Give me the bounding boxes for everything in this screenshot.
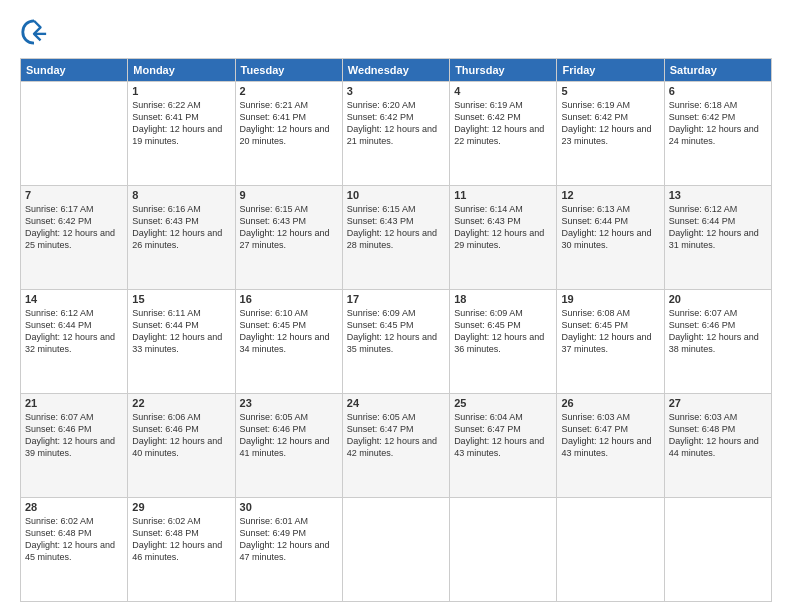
calendar-cell: 25Sunrise: 6:04 AMSunset: 6:47 PMDayligh… [450,394,557,498]
calendar-cell: 4Sunrise: 6:19 AMSunset: 6:42 PMDaylight… [450,82,557,186]
day-info: Sunrise: 6:18 AMSunset: 6:42 PMDaylight:… [669,99,767,148]
day-info: Sunrise: 6:16 AMSunset: 6:43 PMDaylight:… [132,203,230,252]
day-number: 12 [561,189,659,201]
day-info: Sunrise: 6:22 AMSunset: 6:41 PMDaylight:… [132,99,230,148]
calendar-cell: 7Sunrise: 6:17 AMSunset: 6:42 PMDaylight… [21,186,128,290]
day-info: Sunrise: 6:03 AMSunset: 6:47 PMDaylight:… [561,411,659,460]
calendar-week-row: 28Sunrise: 6:02 AMSunset: 6:48 PMDayligh… [21,498,772,602]
calendar-table: SundayMondayTuesdayWednesdayThursdayFrid… [20,58,772,602]
day-number: 17 [347,293,445,305]
day-info: Sunrise: 6:03 AMSunset: 6:48 PMDaylight:… [669,411,767,460]
calendar-week-row: 21Sunrise: 6:07 AMSunset: 6:46 PMDayligh… [21,394,772,498]
day-number: 7 [25,189,123,201]
day-number: 14 [25,293,123,305]
calendar-cell: 19Sunrise: 6:08 AMSunset: 6:45 PMDayligh… [557,290,664,394]
day-number: 2 [240,85,338,97]
day-info: Sunrise: 6:04 AMSunset: 6:47 PMDaylight:… [454,411,552,460]
day-info: Sunrise: 6:14 AMSunset: 6:43 PMDaylight:… [454,203,552,252]
day-info: Sunrise: 6:08 AMSunset: 6:45 PMDaylight:… [561,307,659,356]
calendar-cell: 5Sunrise: 6:19 AMSunset: 6:42 PMDaylight… [557,82,664,186]
day-info: Sunrise: 6:05 AMSunset: 6:46 PMDaylight:… [240,411,338,460]
calendar-cell: 3Sunrise: 6:20 AMSunset: 6:42 PMDaylight… [342,82,449,186]
day-info: Sunrise: 6:06 AMSunset: 6:46 PMDaylight:… [132,411,230,460]
header [20,20,772,48]
calendar-cell: 18Sunrise: 6:09 AMSunset: 6:45 PMDayligh… [450,290,557,394]
day-number: 24 [347,397,445,409]
calendar-week-row: 14Sunrise: 6:12 AMSunset: 6:44 PMDayligh… [21,290,772,394]
day-info: Sunrise: 6:11 AMSunset: 6:44 PMDaylight:… [132,307,230,356]
calendar-cell [450,498,557,602]
day-info: Sunrise: 6:19 AMSunset: 6:42 PMDaylight:… [561,99,659,148]
calendar-cell: 6Sunrise: 6:18 AMSunset: 6:42 PMDaylight… [664,82,771,186]
calendar-cell: 9Sunrise: 6:15 AMSunset: 6:43 PMDaylight… [235,186,342,290]
day-number: 29 [132,501,230,513]
day-number: 5 [561,85,659,97]
calendar-cell: 8Sunrise: 6:16 AMSunset: 6:43 PMDaylight… [128,186,235,290]
calendar-cell: 14Sunrise: 6:12 AMSunset: 6:44 PMDayligh… [21,290,128,394]
calendar-cell: 13Sunrise: 6:12 AMSunset: 6:44 PMDayligh… [664,186,771,290]
weekday-header: Thursday [450,59,557,82]
day-number: 27 [669,397,767,409]
day-number: 22 [132,397,230,409]
calendar-cell: 2Sunrise: 6:21 AMSunset: 6:41 PMDaylight… [235,82,342,186]
day-number: 13 [669,189,767,201]
day-info: Sunrise: 6:12 AMSunset: 6:44 PMDaylight:… [25,307,123,356]
calendar-cell: 15Sunrise: 6:11 AMSunset: 6:44 PMDayligh… [128,290,235,394]
day-info: Sunrise: 6:13 AMSunset: 6:44 PMDaylight:… [561,203,659,252]
day-number: 23 [240,397,338,409]
day-number: 6 [669,85,767,97]
logo [20,20,50,48]
logo-icon [20,18,48,46]
weekday-header: Tuesday [235,59,342,82]
calendar-cell: 20Sunrise: 6:07 AMSunset: 6:46 PMDayligh… [664,290,771,394]
calendar-cell [557,498,664,602]
calendar-cell: 16Sunrise: 6:10 AMSunset: 6:45 PMDayligh… [235,290,342,394]
calendar-week-row: 7Sunrise: 6:17 AMSunset: 6:42 PMDaylight… [21,186,772,290]
day-info: Sunrise: 6:01 AMSunset: 6:49 PMDaylight:… [240,515,338,564]
day-info: Sunrise: 6:15 AMSunset: 6:43 PMDaylight:… [240,203,338,252]
calendar-cell: 11Sunrise: 6:14 AMSunset: 6:43 PMDayligh… [450,186,557,290]
day-number: 28 [25,501,123,513]
day-number: 1 [132,85,230,97]
calendar-cell: 10Sunrise: 6:15 AMSunset: 6:43 PMDayligh… [342,186,449,290]
day-number: 21 [25,397,123,409]
day-info: Sunrise: 6:07 AMSunset: 6:46 PMDaylight:… [669,307,767,356]
calendar-cell: 28Sunrise: 6:02 AMSunset: 6:48 PMDayligh… [21,498,128,602]
day-number: 25 [454,397,552,409]
day-number: 4 [454,85,552,97]
day-info: Sunrise: 6:07 AMSunset: 6:46 PMDaylight:… [25,411,123,460]
day-info: Sunrise: 6:09 AMSunset: 6:45 PMDaylight:… [347,307,445,356]
day-info: Sunrise: 6:20 AMSunset: 6:42 PMDaylight:… [347,99,445,148]
calendar-cell: 24Sunrise: 6:05 AMSunset: 6:47 PMDayligh… [342,394,449,498]
day-info: Sunrise: 6:12 AMSunset: 6:44 PMDaylight:… [669,203,767,252]
day-number: 11 [454,189,552,201]
calendar-week-row: 1Sunrise: 6:22 AMSunset: 6:41 PMDaylight… [21,82,772,186]
calendar-cell: 22Sunrise: 6:06 AMSunset: 6:46 PMDayligh… [128,394,235,498]
day-number: 26 [561,397,659,409]
day-number: 10 [347,189,445,201]
day-info: Sunrise: 6:19 AMSunset: 6:42 PMDaylight:… [454,99,552,148]
calendar-cell: 12Sunrise: 6:13 AMSunset: 6:44 PMDayligh… [557,186,664,290]
day-number: 20 [669,293,767,305]
day-number: 3 [347,85,445,97]
page: SundayMondayTuesdayWednesdayThursdayFrid… [0,0,792,612]
day-info: Sunrise: 6:15 AMSunset: 6:43 PMDaylight:… [347,203,445,252]
day-info: Sunrise: 6:09 AMSunset: 6:45 PMDaylight:… [454,307,552,356]
calendar-cell: 1Sunrise: 6:22 AMSunset: 6:41 PMDaylight… [128,82,235,186]
day-number: 8 [132,189,230,201]
calendar-cell: 29Sunrise: 6:02 AMSunset: 6:48 PMDayligh… [128,498,235,602]
weekday-header: Wednesday [342,59,449,82]
day-number: 19 [561,293,659,305]
calendar-cell: 23Sunrise: 6:05 AMSunset: 6:46 PMDayligh… [235,394,342,498]
day-info: Sunrise: 6:02 AMSunset: 6:48 PMDaylight:… [25,515,123,564]
day-info: Sunrise: 6:17 AMSunset: 6:42 PMDaylight:… [25,203,123,252]
calendar-cell [664,498,771,602]
weekday-header: Friday [557,59,664,82]
calendar-cell: 21Sunrise: 6:07 AMSunset: 6:46 PMDayligh… [21,394,128,498]
day-number: 16 [240,293,338,305]
day-number: 15 [132,293,230,305]
weekday-header: Saturday [664,59,771,82]
day-info: Sunrise: 6:21 AMSunset: 6:41 PMDaylight:… [240,99,338,148]
day-info: Sunrise: 6:05 AMSunset: 6:47 PMDaylight:… [347,411,445,460]
calendar-cell [342,498,449,602]
